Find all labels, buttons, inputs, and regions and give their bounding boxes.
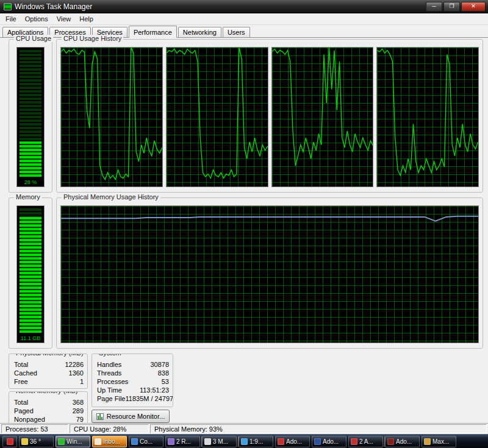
taskbar-item-label: 2 A... [359,438,373,445]
memory-history-group: Physical Memory Usage History [56,197,483,349]
caption-buttons: ─ ❐ ✕ [426,2,486,12]
cpu-gauge-value: 28 % [17,179,44,185]
window-title: Windows Task Manager [15,2,426,11]
info-row: Up Time113:51:23 [97,386,169,394]
taskbar-item-3[interactable]: Win... [56,436,90,447]
status-cpu-usage: CPU Usage: 28% [70,424,149,433]
menu-item-help[interactable]: Help [75,14,98,24]
kernel-memory-rows: Total368Paged289Nonpaged79 [9,392,87,424]
taskbar-item-8[interactable]: 1:9... [239,436,273,447]
taskbar-item-label: Max... [432,438,449,445]
taskbar-item-label: 3 M... [213,438,228,445]
physical-memory-group: Physical Memory (MB) Total12286Cached136… [9,354,88,389]
resource-monitor-label: Resource Monitor... [107,413,165,420]
tab-users[interactable]: Users [223,27,250,37]
info-row: Handles30878 [97,360,169,369]
resource-monitor-button[interactable]: Resource Monitor... [92,410,170,423]
taskbar-item-icon [7,438,13,445]
titlebar[interactable]: Windows Task Manager ─ ❐ ✕ [0,0,488,13]
taskbar-item-10[interactable]: Ado... [312,436,346,447]
info-row: Page File11835M / 24797M [97,394,169,403]
taskbar: 36 °Win...Inbo...Co...2 R...3 M...1:9...… [0,434,488,448]
menu-item-file[interactable]: File [1,14,21,24]
cpu-history-chart-3 [272,48,373,187]
tab-networking[interactable]: Networking [178,27,221,37]
memory-group-label: Memory [14,193,42,201]
info-row: Paged289 [14,407,84,415]
memory-history-panels [60,205,479,343]
menu-item-options[interactable]: Options [21,14,52,24]
status-physical-memory: Physical Memory: 93% [150,424,487,433]
cpu-history-panel-3 [271,47,374,187]
cpu-history-chart-4 [377,48,478,187]
memory-group: Memory 11.1 GB [9,197,52,349]
taskbar-item-label: Win... [66,438,82,445]
taskbar-item-label: Ado... [396,438,412,445]
taskbar-items: 36 °Win...Inbo...Co...2 R...3 M...1:9...… [2,435,486,448]
physical-memory-group-label: Physical Memory (MB) [14,354,85,357]
memory-gauge-value: 11.1 GB [17,335,44,341]
cpu-history-panel-1 [60,47,163,187]
taskbar-item-5[interactable]: Co... [129,436,163,447]
cpu-gauge-fill [20,141,41,177]
system-group-label: System [97,354,123,357]
menu-item-view[interactable]: View [52,14,76,24]
status-processes: Processes: 53 [1,424,68,433]
kernel-memory-group: Kernel Memory (MB) Total368Paged289Nonpa… [9,391,88,424]
taskbar-item-icon [424,438,431,445]
info-row: Free1 [14,377,84,386]
physical-memory-rows: Total12286Cached1360Free1 [9,354,87,386]
kernel-memory-group-label: Kernel Memory (MB) [14,391,79,394]
info-row: Cached1360 [14,369,84,377]
memory-gauge-track [20,208,41,333]
menubar: FileOptionsViewHelp [0,13,488,25]
memory-gauge-fill [20,217,41,333]
info-row: Nonpaged79 [14,415,84,424]
taskbar-item-12[interactable]: Ado... [385,436,420,447]
tab-performance[interactable]: Performance [129,26,177,38]
memory-history-group-label: Physical Memory Usage History [62,193,160,201]
cpu-usage-group-label: CPU Usage [14,35,53,42]
minimize-button[interactable]: ─ [426,2,442,12]
info-row: Processes53 [97,377,169,386]
taskbar-item-9[interactable]: Ado... [275,436,310,447]
taskbar-item-13[interactable]: Max... [422,436,456,447]
taskbar-item-icon [278,438,284,445]
memory-history-chart [61,206,478,343]
taskbar-item-icon [314,438,321,445]
memory-history-panel [60,205,479,343]
taskbar-item-icon [95,438,101,445]
resource-monitor-icon [96,413,104,420]
cpu-gauge-panel: 28 % [16,47,45,187]
taskbar-item-icon [241,438,248,445]
cpu-usage-group: CPU Usage 28 % [9,39,52,193]
task-manager-window: Windows Task Manager ─ ❐ ✕ FileOptionsVi… [0,0,488,434]
cpu-history-group: CPU Usage History [56,39,483,193]
taskbar-item-11[interactable]: 2 A... [348,436,383,447]
system-rows: Handles30878Threads838Processes53Up Time… [92,354,173,403]
taskbar-item-icon [58,438,65,445]
taskbar-item-label: Ado... [323,438,339,445]
status-bar: Processes: 53 CPU Usage: 28% Physical Me… [0,423,488,434]
cpu-history-chart-2 [167,48,268,187]
cpu-history-chart-1 [61,48,162,187]
system-group: System Handles30878Threads838Processes53… [92,354,173,407]
taskbar-item-1[interactable] [2,436,17,447]
taskbar-item-label: Co... [140,438,152,445]
cpu-history-panels [60,47,479,187]
taskbar-item-icon [131,438,138,445]
taskbar-item-label: 36 ° [30,438,41,445]
taskbar-item-6[interactable]: 2 R... [165,436,200,447]
memory-gauge-panel: 11.1 GB [16,205,45,343]
taskbar-item-icon [351,438,357,445]
close-button[interactable]: ✕ [461,2,486,12]
taskbar-item-7[interactable]: 3 M... [202,436,237,447]
taskbar-item-icon [204,438,211,445]
info-row: Total368 [14,398,84,407]
maximize-button[interactable]: ❐ [443,2,460,12]
taskbar-item-4[interactable]: Inbo... [92,436,127,447]
taskbar-item-2[interactable]: 36 ° [19,436,54,447]
info-row: Total12286 [14,360,84,369]
taskbar-item-icon [387,438,394,445]
task-manager-icon [4,3,12,10]
